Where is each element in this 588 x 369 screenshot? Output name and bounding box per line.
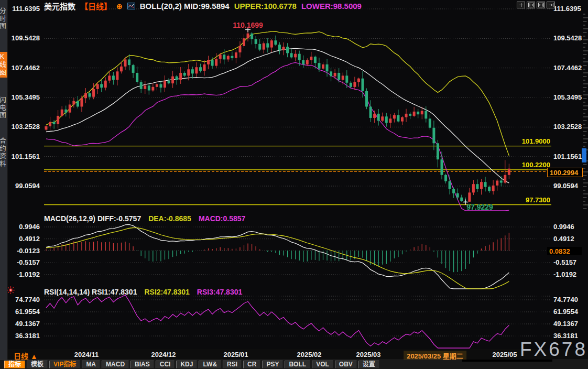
toolbar-button-模板[interactable]: 模板 bbox=[27, 361, 48, 368]
axis-label-left: 0.9946 bbox=[3, 223, 40, 231]
axis-label-right: 49.1367 bbox=[553, 320, 578, 328]
date-tick-label: 2025/01 bbox=[224, 351, 248, 359]
axis-label-left: 103.2528 bbox=[3, 123, 40, 131]
chart-window-controls bbox=[517, 2, 555, 8]
axis-label-right: 103.2528 bbox=[553, 123, 582, 131]
toolbar-button-RSI[interactable]: RSI bbox=[223, 361, 242, 368]
date-tick-label: 2024/11 bbox=[74, 351, 99, 359]
watermark: FX678 bbox=[520, 339, 587, 361]
toolbar-button-PSY[interactable]: PSY bbox=[262, 361, 283, 368]
sidebar-tab-2[interactable]: K线图 bbox=[0, 52, 7, 78]
macd-hist-readout: MACD:0.5857 bbox=[199, 214, 245, 223]
shift-left-icon[interactable] bbox=[527, 2, 535, 8]
axis-label-right: 0.9946 bbox=[553, 223, 574, 231]
toolbar-button-BOLL[interactable]: BOLL bbox=[285, 361, 310, 368]
axis-label-left: 107.4462 bbox=[3, 64, 40, 72]
axis-label-right: 99.0594 bbox=[553, 182, 578, 190]
axis-label-right: 74.7740 bbox=[553, 296, 578, 303]
macd-diff-readout: MACD(26,12,9) DIFF:-0.5757 bbox=[44, 214, 141, 223]
date-tick-label: 2025/02 bbox=[297, 351, 322, 359]
axis-label-left: 49.1367 bbox=[3, 320, 40, 328]
axis-label-right: -0.5157 bbox=[553, 258, 576, 266]
axis-label-right: 111.6395 bbox=[553, 5, 581, 13]
symbol-title: 美元指数 bbox=[44, 1, 75, 12]
axis-label-left: 111.6395 bbox=[3, 5, 40, 13]
date-tick-label: 2025/03 bbox=[356, 351, 381, 359]
rsi3-readout: RSI3:47.8301 bbox=[197, 288, 242, 296]
axis-label-left: -0.5157 bbox=[3, 258, 40, 266]
level-price-label: 101.9000 bbox=[502, 137, 550, 145]
axis-label-left: 74.7740 bbox=[3, 296, 40, 303]
add-indicator-icon[interactable]: ⊕ bbox=[116, 2, 123, 10]
high-price-annotation: 110.1699 bbox=[227, 21, 269, 29]
toolbar-button-CR[interactable]: CR bbox=[243, 361, 260, 368]
toolbar-button-VOL[interactable]: VOL bbox=[312, 361, 333, 368]
boll-upper-readout: UPPER:100.6778 bbox=[234, 2, 297, 10]
toolbar-button-设置[interactable]: 设置 bbox=[358, 361, 379, 368]
sidebar-tab-1[interactable]: 分时图 bbox=[0, 6, 7, 31]
sidebar-tab-4[interactable]: 合约资料 bbox=[0, 136, 7, 169]
expand-right-icon[interactable] bbox=[547, 2, 555, 8]
axis-label-right: 61.9554 bbox=[553, 308, 578, 316]
axis-label-right: 105.3495 bbox=[553, 93, 582, 101]
level-price-label: 100.2200 bbox=[502, 161, 550, 169]
axis-label-right: 107.4462 bbox=[553, 64, 582, 72]
axis-label-left: 105.3495 bbox=[3, 93, 40, 101]
pan-icon[interactable] bbox=[517, 2, 525, 8]
toolbar-button-CCI[interactable]: CCI bbox=[156, 361, 175, 368]
toolbar-button-MA[interactable]: MA bbox=[82, 361, 100, 368]
axis-label-left: 61.9554 bbox=[3, 308, 40, 316]
axis-label-right: 109.5428 bbox=[553, 34, 582, 42]
rsi2-readout: RSI2:47.8301 bbox=[144, 288, 189, 296]
toolbar-button-VIP指标[interactable]: VIP指标 bbox=[49, 361, 80, 368]
level-price-label: 97.7300 bbox=[502, 196, 550, 204]
chart-header: 美元指数 【日线】 ⊕ BOLL(20,2) MID:99.5894 UPPER… bbox=[44, 1, 362, 12]
macd-current-badge: 0.0832 bbox=[547, 247, 582, 255]
axis-label-right: 101.1561 bbox=[553, 153, 582, 160]
trading-terminal: 分时图K线图闪电图合约资料 美元指数 【日线】 ⊕ BOLL(20,2) MID… bbox=[0, 0, 588, 369]
axis-label-left: 101.1561 bbox=[3, 153, 40, 160]
boll-readout: BOLL(20,2) MID:99.5894 bbox=[140, 2, 230, 10]
toolbar-button-LW&[interactable]: LW& bbox=[199, 361, 221, 368]
toolbar-button-MACD[interactable]: MACD bbox=[102, 361, 129, 368]
chart-type-sidebar: 分时图K线图闪电图合约资料 bbox=[0, 0, 8, 369]
period-badge: 【日线】 bbox=[80, 1, 112, 12]
toolbar-button-OBV[interactable]: OBV bbox=[335, 361, 357, 368]
date-tick-label: 2024/12 bbox=[151, 351, 176, 359]
axis-label-left: -0.0123 bbox=[3, 247, 40, 255]
macd-dea-readout: DEA:-0.8685 bbox=[148, 214, 191, 223]
axis-label-left: 0.4912 bbox=[3, 235, 40, 243]
axis-label-left: 36.3181 bbox=[3, 332, 40, 340]
sidebar-tab-3[interactable]: 闪电图 bbox=[0, 95, 7, 121]
axis-label-left: 109.5428 bbox=[3, 34, 40, 42]
toolbar-button-指标[interactable]: 指标 bbox=[4, 361, 25, 368]
scrollbar-horizontal[interactable] bbox=[462, 360, 552, 362]
current-price-badge: 100.2994 bbox=[547, 168, 583, 177]
rsi-header: RSI(14,14,14) RSI1:47.8301 RSI2:47.8301 … bbox=[44, 288, 242, 296]
axis-label-left: 99.0594 bbox=[3, 182, 40, 190]
chart-style-icon[interactable] bbox=[127, 3, 135, 9]
axis-label-right: -1.0192 bbox=[553, 270, 576, 278]
chart-canvas[interactable] bbox=[0, 0, 588, 369]
rsi1-readout: RSI(14,14,14) RSI1:47.8301 bbox=[44, 288, 137, 296]
macd-header: MACD(26,12,9) DIFF:-0.5757 DEA:-0.8685 M… bbox=[44, 214, 245, 223]
shift-right-icon[interactable] bbox=[537, 2, 545, 8]
toolbar-button-BIAS[interactable]: BIAS bbox=[130, 361, 154, 368]
scroll-thumb-vertical[interactable] bbox=[582, 148, 586, 162]
toolbar-button-KDJ[interactable]: KDJ bbox=[176, 361, 197, 368]
date-tick-label: 2025/05 bbox=[493, 351, 517, 359]
axis-label-right: 0.4912 bbox=[553, 235, 574, 243]
boll-lower-readout: LOWER:98.5009 bbox=[301, 2, 362, 10]
alert-icon[interactable] bbox=[7, 286, 15, 294]
axis-label-left: -1.0192 bbox=[3, 270, 40, 278]
low-price-annotation: 97.9229 bbox=[466, 203, 493, 211]
